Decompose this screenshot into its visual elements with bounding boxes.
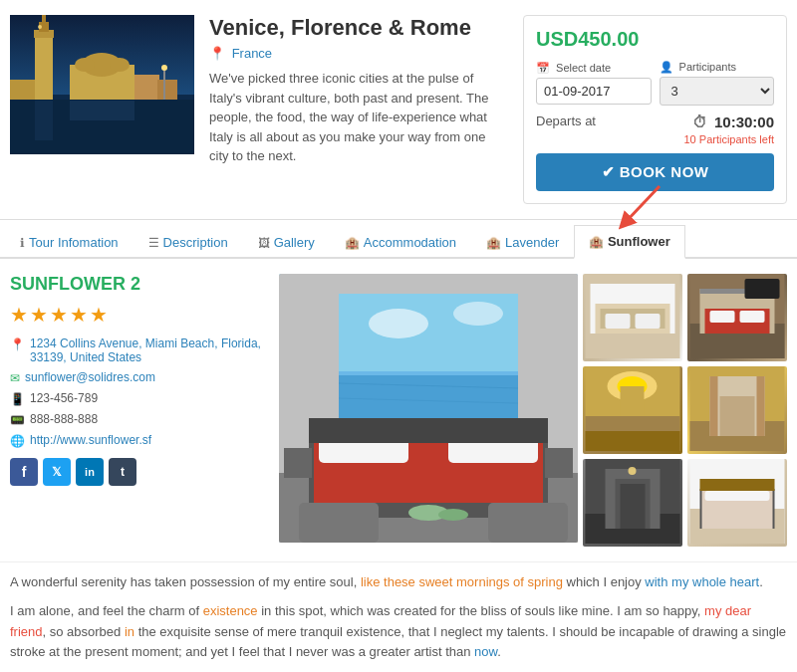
svg-rect-53 [740, 311, 765, 323]
highlight-in: in [125, 624, 134, 639]
book-now-button[interactable]: ✔ BOOK NOW [536, 153, 774, 191]
facebook-icon[interactable]: f [10, 458, 38, 486]
date-label: 📅 Select date [536, 62, 652, 75]
svg-point-27 [453, 302, 503, 326]
svg-rect-11 [134, 75, 159, 100]
participants-select[interactable]: 3 1 2 4 5 [660, 77, 775, 106]
tab-description-label: Description [163, 235, 228, 250]
svg-point-19 [38, 25, 42, 29]
phone2-icon: 📟 [10, 413, 25, 427]
svg-point-73 [629, 467, 637, 475]
tab-tour-information[interactable]: ℹ Tour Infomation [5, 225, 133, 259]
svg-rect-72 [621, 484, 646, 529]
highlight-dear: my dear friend [10, 603, 751, 639]
tab-description[interactable]: ☰ Description [133, 225, 243, 259]
svg-rect-78 [705, 491, 770, 501]
hotel-address: 📍 1234 Collins Avenue, Miami Beach, Flor… [10, 336, 264, 364]
email-icon: ✉ [10, 371, 20, 385]
svg-rect-13 [10, 80, 35, 100]
thumb-2 [687, 274, 787, 361]
svg-rect-61 [586, 431, 680, 451]
svg-rect-5 [35, 35, 53, 100]
participants-label: 👤 Participants [660, 61, 775, 74]
email-link[interactable]: sunflower@solidres.com [25, 370, 155, 384]
website-link[interactable]: http://www.sunflower.sf [30, 433, 151, 447]
main-photo [279, 274, 578, 543]
thumb-4 [687, 366, 787, 454]
tour-location: 📍 France [209, 46, 508, 61]
location-icon: 📍 [209, 46, 225, 61]
hotel-name: SUNFLOWER 2 [10, 274, 264, 295]
date-input[interactable] [536, 78, 652, 105]
booking-panel: USD450.00 📅 Select date 👤 Participants 3… [523, 15, 787, 204]
highlight-now: now [474, 644, 497, 659]
gallery-icon: 🖼 [258, 236, 270, 250]
svg-rect-67 [757, 376, 765, 436]
tab-gallery-label: Gallery [274, 235, 315, 250]
tab-lavender[interactable]: 🏨 Lavender [471, 225, 574, 259]
twitter-icon[interactable]: 𝕏 [43, 458, 71, 486]
sunflower-icon: 🏨 [589, 235, 604, 249]
participants-left: 10 Participants left [536, 133, 774, 145]
info-icon: ℹ [20, 236, 25, 250]
description-section: A wonderful serenity has taken possessio… [0, 561, 797, 672]
date-group: 📅 Select date [536, 62, 652, 105]
svg-point-18 [161, 65, 167, 71]
booking-form-row: 📅 Select date 👤 Participants 3 1 2 4 5 [536, 61, 774, 106]
svg-rect-60 [621, 386, 645, 416]
tour-title: Venice, Florence & Rome [209, 15, 508, 41]
svg-point-9 [75, 58, 95, 72]
svg-point-10 [110, 58, 130, 72]
accommodation-icon: 🏨 [345, 236, 360, 250]
thumb-3 [583, 366, 682, 454]
header-section: Venice, Florence & Rome 📍 France We've p… [0, 0, 797, 220]
svg-rect-36 [284, 448, 312, 478]
linkedin-icon[interactable]: in [76, 458, 104, 486]
thumb-5 [583, 459, 682, 547]
tab-gallery[interactable]: 🖼 Gallery [243, 225, 330, 259]
svg-rect-37 [545, 448, 573, 478]
address-text: 1234 Collins Avenue, Miami Beach, Florid… [30, 336, 264, 364]
thumb-1 [583, 274, 682, 361]
departs-time: ⏱ 10:30:00 [692, 113, 774, 130]
svg-rect-38 [299, 503, 379, 543]
tumblr-icon[interactable]: t [109, 458, 136, 486]
svg-rect-25 [339, 371, 518, 375]
svg-rect-65 [720, 396, 755, 436]
hotel-info: SUNFLOWER 2 ★★★★★ 📍 1234 Collins Avenue,… [10, 274, 264, 547]
address-icon: 📍 [10, 337, 25, 351]
highlight-orange: like these sweet mornings of spring [361, 574, 563, 589]
content-section: SUNFLOWER 2 ★★★★★ 📍 1234 Collins Avenue,… [0, 259, 797, 561]
tour-image [10, 15, 194, 154]
tab-accommodation[interactable]: 🏨 Accommodation [330, 225, 471, 259]
hotel-email: ✉ sunflower@solidres.com [10, 370, 264, 385]
hotel-phone1: 📱 123-456-789 [10, 391, 264, 406]
svg-rect-79 [700, 479, 775, 491]
gallery-section [279, 274, 787, 547]
tour-description: We've picked three iconic cities at the … [209, 69, 508, 166]
phone1-text: 123-456-789 [30, 391, 98, 405]
phone1-icon: 📱 [10, 392, 25, 406]
svg-point-41 [438, 509, 468, 521]
list-icon: ☰ [148, 236, 159, 250]
phone2-text: 888-888-888 [30, 412, 98, 426]
tabs-section: ℹ Tour Infomation ☰ Description 🖼 Galler… [0, 225, 797, 259]
highlight-blue: with my whole heart [645, 574, 759, 589]
tab-tour-info-label: Tour Infomation [29, 235, 119, 250]
hotel-stars: ★★★★★ [10, 303, 264, 327]
tab-sunflower[interactable]: 🏨 Sunflower [574, 225, 684, 259]
desc-para1: A wonderful serenity has taken possessio… [10, 572, 787, 593]
svg-rect-16 [35, 101, 53, 140]
calendar-icon: 📅 [536, 62, 550, 74]
price-label: USD450.00 [536, 28, 774, 51]
svg-rect-52 [710, 311, 735, 323]
tour-info: Venice, Florence & Rome 📍 France We've p… [209, 15, 508, 204]
hotel-phone2: 📟 888-888-888 [10, 412, 264, 427]
highlight-charm: existence [203, 603, 258, 618]
svg-point-26 [369, 309, 428, 338]
departs-row: Departs at ⏱ 10:30:00 [536, 113, 774, 130]
social-icons: f 𝕏 in t [10, 458, 264, 486]
svg-rect-12 [157, 80, 177, 100]
web-icon: 🌐 [10, 434, 25, 448]
lavender-icon: 🏨 [486, 236, 501, 250]
